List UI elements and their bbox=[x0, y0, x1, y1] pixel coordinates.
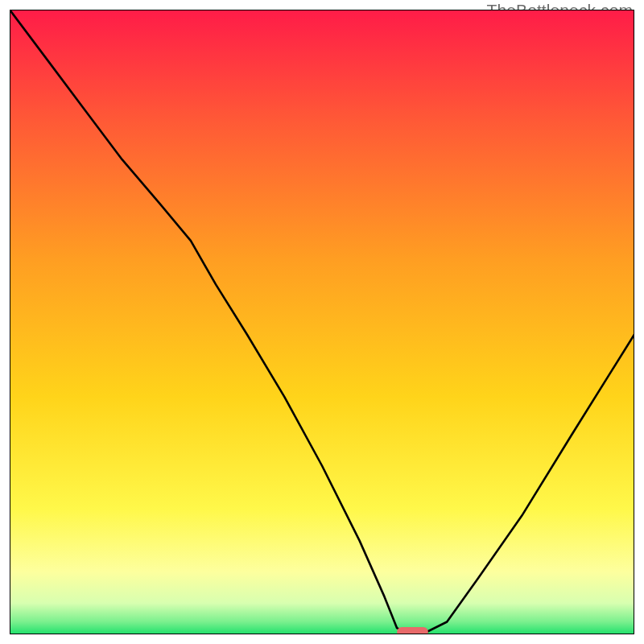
chart-canvas: TheBottleneck.com bbox=[0, 0, 644, 644]
chart-svg bbox=[10, 10, 634, 634]
optimal-marker bbox=[397, 627, 428, 634]
gradient-background bbox=[10, 10, 634, 634]
plot-area bbox=[10, 10, 634, 634]
